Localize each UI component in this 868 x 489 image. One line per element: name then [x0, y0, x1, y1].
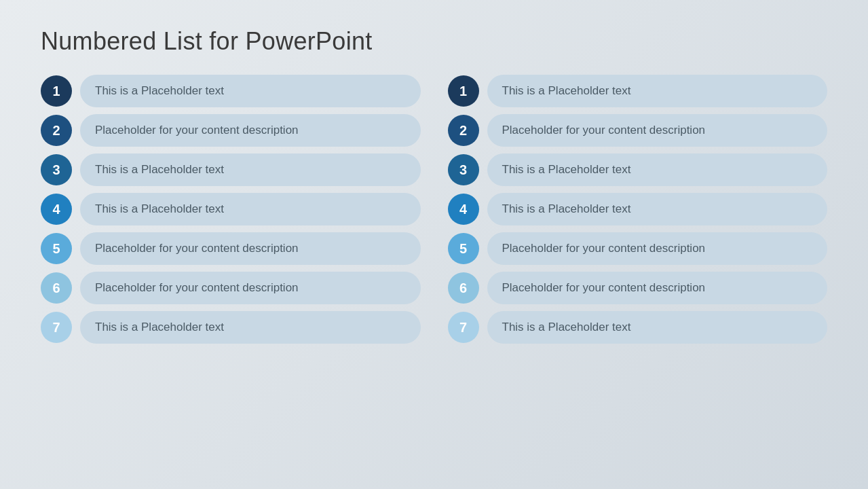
- number-badge-3: 3: [41, 154, 72, 185]
- number-badge-4: 4: [448, 194, 479, 225]
- list-item-text-6: Placeholder for your content description: [487, 272, 828, 304]
- number-badge-5: 5: [448, 233, 479, 264]
- list-item: 3This is a Placeholder text: [41, 153, 421, 186]
- list-item: 1This is a Placeholder text: [448, 75, 828, 107]
- number-badge-7: 7: [448, 312, 479, 343]
- list-item: 2Placeholder for your content descriptio…: [448, 114, 828, 147]
- list-item: 7This is a Placeholder text: [41, 311, 421, 344]
- list-item: 3This is a Placeholder text: [448, 153, 828, 186]
- list-item: 6Placeholder for your content descriptio…: [448, 272, 828, 304]
- number-badge-3: 3: [448, 154, 479, 185]
- list-item: 7This is a Placeholder text: [448, 311, 828, 344]
- list-item: 5Placeholder for your content descriptio…: [448, 232, 828, 265]
- list-item-text-2: Placeholder for your content description: [487, 114, 828, 147]
- number-badge-2: 2: [448, 115, 479, 146]
- list-item-text-1: This is a Placeholder text: [487, 75, 828, 107]
- list-item-text-7: This is a Placeholder text: [487, 311, 828, 344]
- list-item-text-7: This is a Placeholder text: [80, 311, 421, 344]
- number-badge-6: 6: [41, 272, 72, 304]
- number-badge-7: 7: [41, 312, 72, 343]
- list-item-text-4: This is a Placeholder text: [80, 193, 421, 225]
- columns-container: 1This is a Placeholder text2Placeholder …: [41, 75, 827, 469]
- number-badge-5: 5: [41, 233, 72, 264]
- list-item-text-1: This is a Placeholder text: [80, 75, 421, 107]
- left-column: 1This is a Placeholder text2Placeholder …: [41, 75, 421, 469]
- list-item: 6Placeholder for your content descriptio…: [41, 272, 421, 304]
- list-item-text-5: Placeholder for your content description: [80, 232, 421, 265]
- list-item-text-3: This is a Placeholder text: [487, 153, 828, 186]
- list-item-text-5: Placeholder for your content description: [487, 232, 828, 265]
- slide: Numbered List for PowerPoint 1This is a …: [0, 0, 868, 489]
- list-item-text-6: Placeholder for your content description: [80, 272, 421, 304]
- page-title: Numbered List for PowerPoint: [41, 27, 827, 56]
- number-badge-6: 6: [448, 272, 479, 304]
- right-column: 1This is a Placeholder text2Placeholder …: [448, 75, 828, 469]
- number-badge-1: 1: [448, 75, 479, 107]
- number-badge-4: 4: [41, 194, 72, 225]
- list-item: 1This is a Placeholder text: [41, 75, 421, 107]
- list-item-text-3: This is a Placeholder text: [80, 153, 421, 186]
- number-badge-1: 1: [41, 75, 72, 107]
- list-item: 4This is a Placeholder text: [448, 193, 828, 225]
- list-item: 5Placeholder for your content descriptio…: [41, 232, 421, 265]
- list-item: 4This is a Placeholder text: [41, 193, 421, 225]
- list-item-text-2: Placeholder for your content description: [80, 114, 421, 147]
- number-badge-2: 2: [41, 115, 72, 146]
- list-item: 2Placeholder for your content descriptio…: [41, 114, 421, 147]
- list-item-text-4: This is a Placeholder text: [487, 193, 828, 225]
